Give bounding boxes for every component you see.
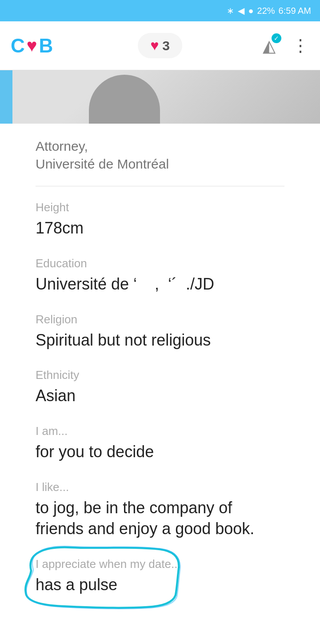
religion-field: Religion Spiritual but not religious [36, 313, 284, 351]
bluetooth-icon: ∗ [227, 5, 234, 16]
i-like-value: to jog, be in the company of friends and… [36, 498, 284, 539]
logo-heart: ♥ [27, 36, 38, 56]
side-color-bar [0, 70, 12, 124]
occupation-text: Attorney, [36, 139, 284, 154]
match-badge[interactable]: ♥ 3 [138, 33, 182, 58]
signal-icon: ● [248, 6, 253, 16]
i-am-label: I am... [36, 424, 284, 438]
height-value: 178cm [36, 218, 284, 239]
volume-icon: ◀ [238, 5, 244, 16]
match-count: 3 [162, 38, 170, 53]
nav-center: ♥ 3 [138, 33, 182, 58]
logo-b: B [39, 35, 54, 57]
check-icon: ✓ [274, 35, 279, 42]
section-divider [36, 186, 284, 186]
filter-active-badge: ✓ [272, 33, 281, 43]
profile-avatar [89, 75, 160, 124]
ethnicity-field: Ethnicity Asian [36, 368, 284, 407]
i-like-field: I like... to jog, be in the company of f… [36, 480, 284, 539]
logo-c: C [11, 35, 26, 57]
battery-text: 22% [257, 6, 275, 16]
ethnicity-label: Ethnicity [36, 368, 284, 382]
more-button[interactable]: ⋮ [292, 36, 309, 56]
height-label: Height [36, 201, 284, 214]
app-logo[interactable]: C ♥ B [11, 35, 54, 57]
religion-label: Religion [36, 313, 284, 326]
appreciate-field: I appreciate when my date... has a pulse [36, 557, 284, 596]
profile-info: Attorney, Université de Montréal Height … [0, 124, 320, 631]
education-field: Education Université de ‘ , ‘´ ./JD [36, 257, 284, 295]
appreciate-value: has a pulse [36, 575, 284, 596]
status-icons: ∗ ◀ ● 22% 6:59 AM [227, 5, 311, 16]
i-like-label: I like... [36, 480, 284, 494]
education-value: Université de ‘ , ‘´ ./JD [36, 274, 284, 295]
appreciate-label: I appreciate when my date... [36, 557, 284, 571]
filter-button[interactable]: ◭ ✓ [256, 33, 281, 58]
university-text: Université de Montréal [36, 157, 284, 172]
match-heart-icon: ♥ [150, 37, 159, 54]
i-am-value: for you to decide [36, 442, 284, 463]
ethnicity-value: Asian [36, 386, 284, 407]
nav-bar: C ♥ B ♥ 3 ◭ ✓ ⋮ [0, 21, 320, 70]
nav-right: ◭ ✓ ⋮ [256, 33, 309, 58]
education-label: Education [36, 257, 284, 270]
time-text: 6:59 AM [279, 6, 311, 16]
profile-image-area [0, 70, 320, 124]
status-bar: ∗ ◀ ● 22% 6:59 AM [0, 0, 320, 21]
i-am-field: I am... for you to decide [36, 424, 284, 463]
religion-value: Spiritual but not religious [36, 330, 284, 351]
height-field: Height 178cm [36, 201, 284, 239]
